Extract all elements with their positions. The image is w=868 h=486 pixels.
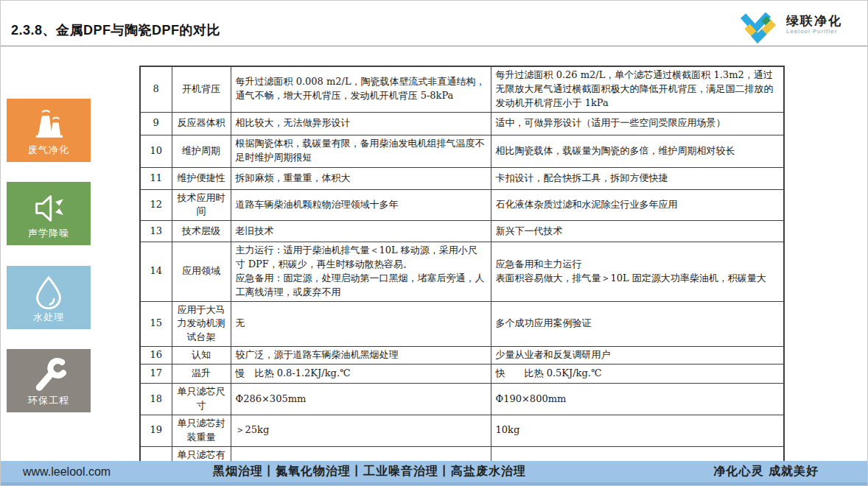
sidebar-item-label: 废气净化 [28, 144, 69, 157]
right-value-cell: 应急备用和主力运行 表面积容易做大，排气量＞10L 固定源大功率柴油机，积碳量大 [491, 242, 784, 301]
row-number-cell: 19 [140, 415, 172, 446]
right-value-cell: Φ190×800mm [491, 384, 784, 415]
right-value-cell: 快 比热 0.5KJ/kg.℃ [491, 364, 784, 384]
speaker-icon [27, 189, 70, 228]
left-value-cell: 较广泛，源于道路车辆柴油机黑烟处理 [231, 347, 491, 364]
table-row: 11 维护便捷性 拆卸麻烦，重量重，体积大 卡扣设计，配合快拆工具，拆卸方便快捷 [140, 167, 784, 189]
right-value-cell: 每升过滤面积 0.26 m2/L，单个滤芯通过横截面积 1.3m2，通过无限放大… [491, 66, 784, 112]
table-row: 12 技术应用时间 道路车辆柴油机颗粒物治理领域十多年 石化液体杂质过滤和水泥除… [140, 189, 784, 221]
row-label-cell: 单只滤芯封装重量 [172, 415, 231, 446]
row-label-cell: 维护便捷性 [172, 167, 231, 189]
sidebar-item-noise-reduction: 声学降噪 [7, 182, 91, 245]
row-number-cell: 17 [140, 364, 172, 384]
sidebar-item-label: 水处理 [33, 311, 64, 324]
right-value-cell: 相比陶瓷载体，载碳量为陶瓷的多倍，维护周期相对较长 [491, 135, 784, 167]
sidebar-item-label: 环保工程 [28, 394, 69, 407]
water-drop-icon [27, 273, 70, 311]
table-row: 18 单只滤芯尺寸 Φ286×305mm Φ190×800mm [140, 384, 784, 415]
footer-website: www.leelool.com [23, 465, 111, 479]
row-number-cell: 10 [140, 135, 172, 167]
row-label-cell: 技术应用时间 [172, 189, 231, 221]
left-value-cell: Φ286×305mm [231, 384, 491, 415]
sidebar-item-water-treatment: 水处理 [7, 266, 91, 329]
row-number-cell: 13 [140, 221, 172, 242]
company-logo: 绿联净化 Leelool Purifier [736, 5, 854, 45]
row-number-cell: 18 [140, 384, 172, 415]
right-value-cell: 少量从业者和反复调研用户 [491, 347, 784, 364]
right-value-cell: 适中，可做异形设计（适用于一些空间受限应用场景） [491, 112, 784, 135]
right-value-cell: 新兴下一代技术 [491, 221, 784, 242]
row-label-cell: 应用于大马力发动机测试台架 [172, 301, 231, 347]
footer-slogan: 净化心灵 成就美好 [713, 464, 819, 479]
right-value-cell: 卡扣设计，配合快拆工具，拆卸方便快捷 [491, 167, 784, 189]
row-number-cell: 15 [140, 301, 172, 347]
table-row: 17 温升 慢 比热 0.8-1.2KJ/kg.℃ 快 比热 0.5KJ/kg.… [140, 364, 784, 384]
dpf-comparison-table: 8 开机背压 每升过滤面积 0.008 m2/L，陶瓷载体壁流式非直通结构，通气… [139, 66, 785, 486]
row-label-cell: 温升 [172, 364, 231, 384]
left-value-cell: 拆卸麻烦，重量重，体积大 [231, 167, 491, 189]
page-title: 2.3.8、金属DPF与陶瓷DPF的对比 [11, 21, 220, 39]
sidebar-item-waste-gas: 废气净化 [7, 99, 91, 162]
table-row: 19 单只滤芯封装重量 ＞25kg 10kg [140, 415, 784, 446]
left-value-cell: 每升过滤面积 0.008 m2/L，陶瓷载体壁流式非直通结构，通气不畅，增大开机… [231, 66, 491, 112]
table-row: 14 应用领域 主力运行：适用于柴油机排气量＜10L 移动源，采用小尺寸 DPF… [140, 242, 784, 301]
left-value-cell: 无 [231, 301, 491, 347]
row-number-cell: 8 [140, 66, 172, 112]
left-value-cell: 慢 比热 0.8-1.2KJ/kg.℃ [231, 364, 491, 384]
row-label-cell: 单只滤芯尺寸 [172, 384, 231, 415]
left-value-cell: 根据陶瓷体积，载碳量有限，备用柴油发电机组排气温度不足时维护周期很短 [231, 135, 491, 167]
row-label-cell: 反应器体积 [172, 112, 231, 135]
title-divider [1, 46, 868, 46]
row-number-cell: 14 [140, 242, 172, 301]
table-row: 8 开机背压 每升过滤面积 0.008 m2/L，陶瓷载体壁流式非直通结构，通气… [140, 66, 784, 112]
logo-name: 绿联净化 [786, 15, 842, 29]
left-value-cell: ＞25kg [231, 415, 491, 446]
row-label-cell: 应用领域 [172, 242, 231, 301]
right-value-cell: 石化液体杂质过滤和水泥除尘行业多年应用 [491, 189, 784, 221]
sidebar-item-env-engineering: 环保工程 [7, 349, 91, 412]
footer-bar: www.leelool.com 黑烟治理丨氮氧化物治理丨工业噪音治理丨高盐废水治… [1, 461, 868, 485]
table-row: 9 反应器体积 相比较大，无法做异形设计 适中，可做异形设计（适用于一些空间受限… [140, 112, 784, 135]
right-value-cell: 多个成功应用案例验证 [491, 301, 784, 347]
footer-services: 黑烟治理丨氮氧化物治理丨工业噪音治理丨高盐废水治理 [213, 464, 526, 479]
slide: { "title": "2.3.8、金属DPF与陶瓷DPF的对比", "logo… [0, 0, 868, 486]
table-row: 15 应用于大马力发动机测试台架 无 多个成功应用案例验证 [140, 301, 784, 347]
left-value-cell: 道路车辆柴油机颗粒物治理领域十多年 [231, 189, 491, 221]
sidebar-item-label: 声学降噪 [28, 227, 69, 240]
table-row: 16 认知 较广泛，源于道路车辆柴油机黑烟处理 少量从业者和反复调研用户 [140, 347, 784, 364]
logo-subtitle: Leelool Purifier [786, 29, 842, 35]
factory-icon [27, 106, 70, 144]
row-number-cell: 16 [140, 347, 172, 364]
wrench-icon [27, 356, 70, 395]
row-label-cell: 技术层级 [172, 221, 231, 242]
row-label-cell: 认知 [172, 347, 231, 364]
row-number-cell: 9 [140, 112, 172, 135]
table-row: 13 技术层级 老旧技术 新兴下一代技术 [140, 221, 784, 242]
row-number-cell: 11 [140, 167, 172, 189]
left-value-cell: 相比较大，无法做异形设计 [231, 112, 491, 135]
table-row: 10 维护周期 根据陶瓷体积，载碳量有限，备用柴油发电机组排气温度不足时维护周期… [140, 135, 784, 167]
row-label-cell: 维护周期 [172, 135, 231, 167]
row-number-cell: 12 [140, 189, 172, 221]
right-value-cell: 10kg [491, 415, 784, 446]
left-value-cell: 主力运行：适用于柴油机排气量＜10L 移动源，采用小尺寸 DPF，积碳少，再生时… [231, 242, 491, 301]
row-label-cell: 开机背压 [172, 66, 231, 112]
logo-zigzag-icon [736, 7, 782, 43]
left-value-cell: 老旧技术 [231, 221, 491, 242]
